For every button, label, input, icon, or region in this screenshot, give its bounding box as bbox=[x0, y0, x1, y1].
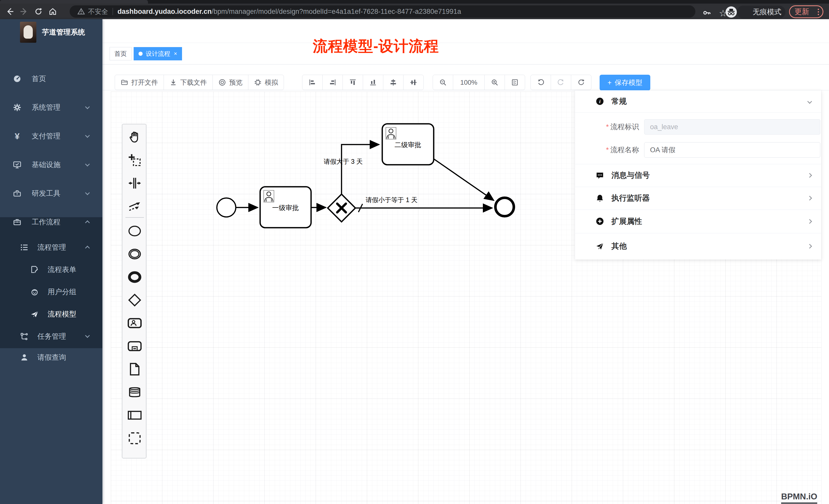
align-right-button[interactable] bbox=[322, 75, 343, 90]
browser-address-bar[interactable]: 不安全 dashboard.yudao.iocoder.cn/bpm/manag… bbox=[70, 5, 695, 18]
sidebar-item-home[interactable]: 首页 bbox=[0, 65, 102, 93]
close-icon[interactable]: × bbox=[174, 50, 177, 57]
zoom-out-button[interactable] bbox=[433, 75, 453, 90]
tag-design-process[interactable]: 设计流程 × bbox=[134, 47, 182, 61]
sidebar-item-task-mgmt[interactable]: 任务管理 bbox=[0, 325, 102, 347]
task1-label[interactable]: 一级审批 bbox=[272, 204, 299, 211]
create-gateway[interactable] bbox=[122, 288, 147, 312]
redo-icon bbox=[557, 79, 565, 86]
browser-menu-dots-icon[interactable] bbox=[818, 9, 819, 15]
align-top-button[interactable] bbox=[343, 75, 363, 90]
section-extended-attributes[interactable]: 扩展属性 bbox=[575, 209, 822, 233]
bpmn-io-watermark[interactable]: BPMN.iO bbox=[781, 492, 817, 504]
flow-task2-end[interactable] bbox=[434, 159, 494, 200]
not-secure-warning-icon bbox=[77, 8, 85, 15]
sidebar-item-process-form[interactable]: 流程表单 bbox=[0, 259, 102, 281]
sidebar-item-infra[interactable]: 基础设施 bbox=[0, 150, 102, 179]
sidebar-item-devtools[interactable]: 研发工具 bbox=[0, 179, 102, 208]
align-center-vertical-button[interactable] bbox=[403, 75, 424, 90]
sidebar-item-leave-query[interactable]: 请假查询 bbox=[0, 347, 102, 367]
create-end-event[interactable] bbox=[122, 266, 147, 288]
browser-forward-icon[interactable] bbox=[17, 4, 31, 19]
browser-tabstrip bbox=[0, 0, 829, 4]
chevron-down-icon bbox=[85, 333, 89, 338]
annotation-title: 流程模型-设计流程 bbox=[313, 36, 439, 56]
align-left-button[interactable] bbox=[302, 75, 323, 90]
panel-divider bbox=[575, 112, 822, 113]
undo-icon bbox=[537, 79, 545, 86]
align-bottom-icon bbox=[369, 79, 377, 86]
sidebar-logo-row[interactable]: 芋道管理系统 bbox=[0, 19, 102, 45]
start-event[interactable] bbox=[217, 198, 236, 217]
save-model-button[interactable]: + 保存模型 bbox=[600, 75, 650, 90]
section-other[interactable]: 其他 bbox=[575, 233, 822, 259]
sidebar-item-label: 系统管理 bbox=[32, 103, 61, 112]
open-file-button[interactable]: 打开文件 bbox=[115, 75, 164, 90]
app-header bbox=[102, 19, 829, 43]
create-subprocess[interactable] bbox=[122, 335, 147, 358]
tag-home[interactable]: 首页 bbox=[110, 47, 132, 61]
end-event[interactable] bbox=[495, 198, 514, 216]
global-connect-tool[interactable] bbox=[122, 195, 147, 218]
browser-update-button[interactable]: 更新 bbox=[789, 5, 823, 18]
redo-button[interactable] bbox=[551, 75, 571, 90]
create-intermediate-event[interactable] bbox=[122, 242, 147, 266]
security-label[interactable]: 不安全 bbox=[88, 7, 108, 16]
zoom-in-icon bbox=[491, 79, 499, 86]
zoom-level-display[interactable]: 100% bbox=[453, 75, 485, 90]
chevron-down-icon bbox=[85, 162, 89, 166]
section-title: 扩展属性 bbox=[611, 216, 642, 227]
flow-label-greater-3days[interactable]: 请假大于 3 天 bbox=[324, 158, 363, 165]
screen: 不安全 dashboard.yudao.iocoder.cn/bpm/manag… bbox=[0, 0, 829, 504]
refresh-button[interactable] bbox=[571, 75, 591, 90]
task2-label[interactable]: 二级审批 bbox=[395, 141, 421, 149]
create-user-task[interactable] bbox=[122, 312, 147, 335]
create-participant[interactable] bbox=[122, 404, 147, 427]
sidebar-item-user-group[interactable]: 用户分组 bbox=[0, 281, 102, 303]
sidebar: 芋道管理系统 首页 系统管理 ¥ 支付管理 基础设施 研发工具 bbox=[0, 19, 102, 504]
browser-active-tab-sliver[interactable] bbox=[0, 0, 148, 4]
sidebar-item-label: 流程管理 bbox=[37, 242, 66, 252]
section-execution-listener[interactable]: 执行监听器 bbox=[575, 187, 822, 209]
bell-icon bbox=[596, 194, 604, 203]
align-center-horizontal-button[interactable] bbox=[383, 75, 403, 90]
browser-back-icon[interactable] bbox=[3, 4, 17, 19]
browser-reload-icon[interactable] bbox=[31, 4, 45, 19]
browser-home-icon[interactable] bbox=[45, 4, 60, 19]
sidebar-item-process-model[interactable]: 流程模型 bbox=[0, 303, 102, 325]
history-button-group bbox=[531, 75, 591, 90]
sidebar-item-payment[interactable]: ¥ 支付管理 bbox=[0, 122, 102, 150]
create-group[interactable] bbox=[122, 427, 147, 450]
section-general[interactable]: i 常规 bbox=[575, 90, 822, 112]
create-start-event[interactable] bbox=[122, 220, 147, 242]
create-data-store[interactable] bbox=[122, 381, 147, 404]
space-tool[interactable] bbox=[122, 172, 147, 195]
align-bottom-button[interactable] bbox=[363, 75, 383, 90]
sidebar-item-process-mgmt[interactable]: 流程管理 bbox=[0, 236, 102, 259]
url-path: /bpm/manager/model/design?modelId=e4a1a1… bbox=[212, 8, 461, 15]
hand-tool[interactable] bbox=[122, 126, 147, 149]
create-data-object[interactable] bbox=[122, 358, 147, 381]
section-message-signal[interactable]: 消息与信号 bbox=[575, 164, 822, 187]
fit-viewport-button[interactable] bbox=[505, 75, 525, 90]
preview-button[interactable]: 预览 bbox=[213, 75, 248, 90]
lasso-tool[interactable] bbox=[122, 149, 147, 172]
zoom-in-button[interactable] bbox=[484, 75, 505, 90]
sidebar-item-workflow[interactable]: 工作流程 bbox=[0, 208, 102, 236]
undo-button[interactable] bbox=[531, 75, 551, 90]
preview-label: 预览 bbox=[229, 78, 243, 87]
process-name-input[interactable] bbox=[644, 142, 820, 158]
sidebar-item-system[interactable]: 系统管理 bbox=[0, 93, 102, 122]
flow-label-lte-1day[interactable]: 请假小于等于 1 天 bbox=[366, 196, 418, 203]
flow-gateway-task2[interactable] bbox=[341, 145, 379, 194]
tag-label: 首页 bbox=[114, 50, 127, 58]
update-label[interactable]: 更新 bbox=[794, 7, 809, 17]
process-key-input[interactable] bbox=[644, 119, 820, 134]
sidebar-item-label: 研发工具 bbox=[32, 189, 61, 198]
briefcase-icon bbox=[13, 218, 22, 226]
download-file-button[interactable]: 下载文件 bbox=[164, 75, 213, 90]
process-key-label: *流程标识 bbox=[575, 122, 639, 132]
download-icon bbox=[170, 79, 177, 86]
password-key-icon[interactable] bbox=[702, 8, 711, 18]
simulate-button[interactable]: 模拟 bbox=[248, 75, 284, 90]
